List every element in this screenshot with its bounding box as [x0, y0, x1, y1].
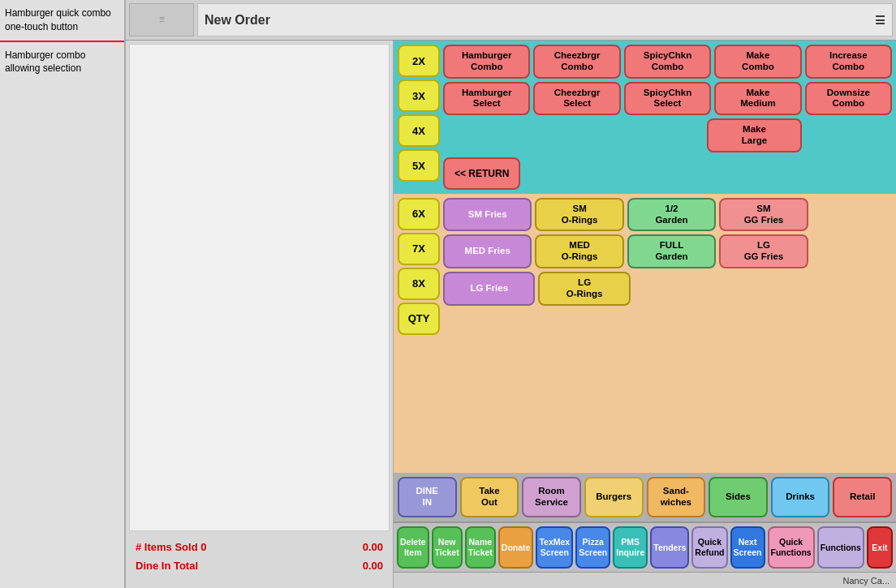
- sides-row-2: MED Fries MEDO-Rings FULLGarden LGGG Fri…: [443, 234, 892, 268]
- drinks-cat-btn[interactable]: Drinks: [771, 477, 830, 517]
- lg-fries-btn[interactable]: LG Fries: [443, 272, 535, 306]
- make-large-btn[interactable]: MakeLarge: [707, 118, 802, 152]
- left-annotation-panel: Hamburger quick combo one-touch button H…: [0, 0, 126, 588]
- hamburger-combo-btn[interactable]: HamburgerCombo: [443, 45, 530, 79]
- take-out-cat-btn[interactable]: TakeOut: [460, 477, 519, 517]
- sides-cat-btn[interactable]: Sides: [709, 477, 768, 517]
- pizza-screen-btn[interactable]: PizzaScreen: [575, 526, 610, 569]
- logo-text: ☰: [159, 16, 165, 24]
- items-sold-value: 0.00: [363, 541, 383, 553]
- downsize-combo-btn[interactable]: DownsizeCombo: [805, 82, 892, 116]
- tenders-btn[interactable]: Tenders: [650, 526, 689, 569]
- mult-btn-3x[interactable]: 3X: [398, 79, 440, 112]
- dine-in-cat-btn[interactable]: DINEIN: [398, 477, 457, 517]
- sm-gg-fries-btn[interactable]: SMGG Fries: [719, 198, 808, 232]
- combo-row-1: HamburgerCombo CheezbrgrCombo SpicyChknC…: [443, 45, 892, 79]
- annotation-bottom: Hamburger combo allowing selection: [0, 42, 124, 83]
- bottom-action-row: DeleteItem NewTicket NameTicket Donate T…: [394, 521, 896, 572]
- room-service-cat-btn[interactable]: RoomService: [522, 477, 581, 517]
- donate-btn[interactable]: Donate: [498, 526, 534, 569]
- spicychkn-select-btn[interactable]: SpicyChknSelect: [624, 82, 711, 116]
- header: ☰ New Order ☰: [126, 0, 896, 41]
- name-ticket-btn[interactable]: NameTicket: [465, 526, 496, 569]
- mult-btn-qty[interactable]: QTY: [398, 303, 440, 335]
- mult-btn-8x[interactable]: 8X: [398, 268, 440, 300]
- right-panel: ☰ New Order ☰ # Items Sold 0 0.00 Di: [126, 0, 896, 588]
- make-medium-btn[interactable]: MakeMedium: [714, 82, 801, 116]
- quick-refund-btn[interactable]: QuickRefund: [691, 526, 727, 569]
- items-sold-label: # Items Sold 0: [136, 541, 206, 553]
- status-bar: Nancy Ca...: [394, 572, 896, 588]
- new-order-label: New Order: [205, 13, 270, 28]
- sm-fries-btn[interactable]: SM Fries: [443, 198, 532, 232]
- cheezbrgr-select-btn[interactable]: CheezbrgrSelect: [533, 82, 620, 116]
- sides-row-3: LG Fries LGO-Rings: [443, 272, 892, 306]
- order-menu-icon[interactable]: ☰: [875, 14, 885, 27]
- lg-orings-btn[interactable]: LGO-Rings: [538, 272, 630, 306]
- logo: ☰: [129, 3, 194, 36]
- items-sold-row: # Items Sold 0 0.00: [136, 541, 383, 553]
- peach-section: 6X 7X 8X QTY SM Fries SMO-Rings 1/2Garde…: [394, 194, 896, 473]
- return-row: << RETURN: [443, 156, 892, 190]
- teal-section: 2X 3X 4X 5X HamburgerCombo CheezbrgrComb…: [394, 41, 896, 194]
- burgers-cat-btn[interactable]: Burgers: [584, 477, 644, 517]
- texmex-screen-btn[interactable]: TexMexScreen: [536, 526, 573, 569]
- annotation-top: Hamburger quick combo one-touch button: [0, 0, 124, 41]
- multiplier-bottom-col: 6X 7X 8X QTY: [398, 198, 440, 469]
- make-combo-btn[interactable]: MakeCombo: [714, 45, 801, 79]
- mult-btn-6x[interactable]: 6X: [398, 198, 440, 230]
- status-user: Nancy: [843, 576, 868, 586]
- new-ticket-btn[interactable]: NewTicket: [432, 526, 463, 569]
- exit-btn[interactable]: Exit: [867, 526, 893, 569]
- order-area: # Items Sold 0 0.00 Dine In Total 0.00: [126, 41, 394, 588]
- pms-inquire-btn[interactable]: PMSInquire: [613, 526, 648, 569]
- increase-combo-btn[interactable]: IncreaseCombo: [805, 45, 892, 79]
- status-extra: Ca...: [871, 576, 890, 586]
- sides-row-1: SM Fries SMO-Rings 1/2Garden SMGG Fries: [443, 198, 892, 232]
- retail-cat-btn[interactable]: Retail: [833, 477, 892, 517]
- dine-in-row: Dine In Total 0.00: [136, 560, 383, 572]
- full-garden-btn[interactable]: FULLGarden: [627, 234, 716, 268]
- mult-btn-4x[interactable]: 4X: [398, 114, 440, 147]
- combo-row-2: HamburgerSelect CheezbrgrSelect SpicyChk…: [443, 82, 892, 116]
- multiplier-top-col: 2X 3X 4X 5X: [398, 45, 440, 190]
- quick-functions-btn[interactable]: QuickFunctions: [768, 526, 815, 569]
- med-fries-btn[interactable]: MED Fries: [443, 234, 532, 268]
- med-orings-btn[interactable]: MEDO-Rings: [535, 234, 623, 268]
- button-area: 2X 3X 4X 5X HamburgerCombo CheezbrgrComb…: [394, 41, 896, 588]
- dine-in-value: 0.00: [363, 560, 383, 572]
- cheezbrgr-combo-btn[interactable]: CheezbrgrCombo: [533, 45, 620, 79]
- category-row: DINEIN TakeOut RoomService Burgers Sand-…: [394, 473, 896, 521]
- dine-in-label: Dine In Total: [136, 560, 198, 572]
- spicychkn-combo-btn[interactable]: SpicyChknCombo: [624, 45, 711, 79]
- order-info: # Items Sold 0 0.00 Dine In Total 0.00: [126, 534, 393, 588]
- order-list: [129, 44, 390, 531]
- half-garden-btn[interactable]: 1/2Garden: [627, 198, 716, 232]
- lg-gg-fries-btn[interactable]: LGGG Fries: [719, 234, 808, 268]
- new-order-bar: New Order ☰: [197, 3, 893, 36]
- sides-grid: SM Fries SMO-Rings 1/2Garden SMGG Fries …: [443, 198, 892, 469]
- middle-content: # Items Sold 0 0.00 Dine In Total 0.00 2…: [126, 41, 896, 588]
- functions-btn[interactable]: Functions: [817, 526, 864, 569]
- mult-btn-5x[interactable]: 5X: [398, 149, 440, 182]
- combo-grid: HamburgerCombo CheezbrgrCombo SpicyChknC…: [443, 45, 892, 190]
- sandwiches-cat-btn[interactable]: Sand-wiches: [647, 477, 706, 517]
- mult-btn-7x[interactable]: 7X: [398, 233, 440, 265]
- mult-btn-2x[interactable]: 2X: [398, 45, 440, 77]
- return-btn[interactable]: << RETURN: [443, 157, 520, 190]
- hamburger-select-btn[interactable]: HamburgerSelect: [443, 82, 530, 116]
- delete-item-btn[interactable]: DeleteItem: [397, 526, 429, 569]
- combo-row-3: MakeLarge: [443, 118, 892, 152]
- next-screen-btn[interactable]: NextScreen: [730, 526, 765, 569]
- sm-orings-btn[interactable]: SMO-Rings: [535, 198, 623, 232]
